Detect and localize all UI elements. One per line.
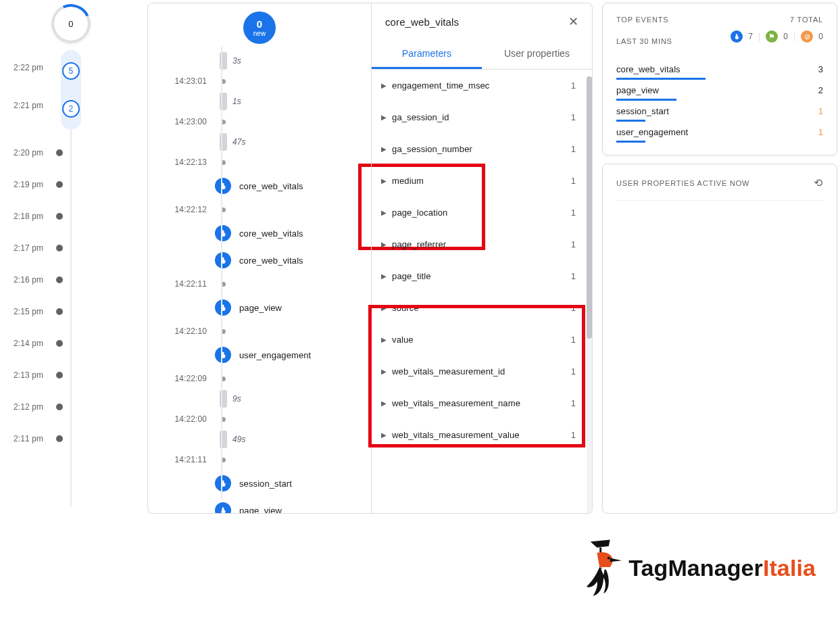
tab-parameters[interactable]: Parameters [372,40,482,69]
expand-icon: ▶ [381,272,387,280]
timeline-row: 14:21:11 [148,450,371,470]
timeline-row: 14:23:00 [148,112,371,132]
event-timeline[interactable]: 0new 3s14:23:011s14:23:0047s14:22:13core… [148,3,371,513]
top-event-count: 2 [818,85,823,95]
touch-icon [215,347,231,363]
timeline-row: 14:22:13 [148,152,371,172]
minute-row[interactable]: 2:12 pm [3,391,138,422]
parameter-row[interactable]: ▶ga_session_id1 [372,101,592,133]
mini-timeline: 0 52 2:22 pm2:21 pm2:20 pm2:19 pm2:18 pm… [3,3,138,514]
timeline-row: 9s [148,389,371,409]
timeline-row: 3s [148,51,371,71]
timeline-row: 1s [148,91,371,112]
timeline-row[interactable]: session_start [148,470,371,497]
minute-count[interactable]: 5 [62,62,80,80]
expand-icon: ▶ [381,145,387,153]
param-name: web_vitals_measurement_name [392,398,571,408]
timeline-row: 14:23:01 [148,71,371,91]
minute-row[interactable]: 2:17 pm [3,232,138,264]
top-event-row[interactable]: user_engagement1 [616,122,823,143]
timeline-row[interactable]: core_web_vitals [148,220,371,247]
parameter-row[interactable]: ▶web_vitals_measurement_value1 [372,419,592,451]
timeline-time: 14:22:10 [148,326,214,336]
top-events-title: TOP EVENTS [616,16,668,24]
param-name: page_referrer [392,239,571,249]
minute-dot [56,404,63,410]
parameter-row[interactable]: ▶engagement_time_msec1 [372,70,592,101]
timeline-row[interactable]: core_web_vitals [148,172,371,199]
top-event-count: 1 [818,127,823,137]
event-name: core_web_vitals [232,228,303,239]
minute-dot [56,308,63,315]
minute-row[interactable]: 2:14 pm [3,327,138,359]
param-count: 1 [571,176,576,186]
top-event-row[interactable]: session_start1 [616,101,823,122]
timeline-row: 14:22:09 [148,368,371,389]
minute-row[interactable]: 2:22 pm [3,51,45,83]
timeline-row[interactable]: user_engagement [148,341,371,368]
param-name: ga_session_number [392,144,571,154]
parameter-row[interactable]: ▶web_vitals_measurement_name1 [372,387,592,419]
minute-row[interactable]: 2:19 pm [3,168,138,200]
top-event-row[interactable]: core_web_vitals3 [616,59,823,80]
close-icon[interactable]: ✕ [568,14,578,29]
minute-dot [56,372,63,379]
touch-icon [215,299,231,316]
minute-dot [56,245,63,251]
recent-minutes-pill[interactable]: 52 [61,50,81,130]
param-name: page_title [392,271,571,281]
minute-time: 2:16 pm [3,275,45,285]
parameter-row[interactable]: ▶source1 [372,292,592,324]
minute-row[interactable]: 2:11 pm [3,422,138,454]
param-count: 1 [571,271,576,281]
param-name: medium [392,176,571,186]
timeline-row[interactable]: core_web_vitals [148,247,371,274]
timeline-row: 14:22:00 [148,409,371,429]
touch-icon [215,178,231,194]
minute-row[interactable]: 2:21 pm [3,89,45,121]
expand-icon: ▶ [381,177,387,185]
timeline-time: 14:22:12 [148,205,214,214]
timeline-row: 49s [148,429,371,450]
expand-icon: ▶ [381,304,387,312]
top-events-legend: 7 | ⚑0 | ⊘0 [731,30,823,43]
expand-icon: ▶ [381,368,387,375]
expand-icon: ▶ [381,209,387,216]
parameter-row[interactable]: ▶medium1 [372,165,592,197]
param-count: 1 [571,208,576,218]
param-name: web_vitals_measurement_value [392,430,571,440]
minute-time: 2:17 pm [3,243,45,253]
minute-row[interactable]: 2:13 pm [3,359,138,391]
minute-row[interactable]: 2:18 pm [3,200,138,232]
minute-count[interactable]: 2 [62,100,80,118]
parameter-row[interactable]: ▶value1 [372,324,592,356]
param-count: 1 [571,398,576,408]
timeline-row[interactable]: page_view [148,497,371,513]
tab-user-properties[interactable]: User properties [482,40,592,69]
top-event-row[interactable]: page_view2 [616,80,823,101]
minute-time: 2:21 pm [3,101,45,110]
scrollbar[interactable] [587,76,592,513]
timeline-row[interactable]: page_view [148,294,371,321]
minute-row[interactable]: 2:20 pm [3,137,138,168]
top-events-total: 7 TOTAL [790,16,823,24]
parameter-row[interactable]: ▶page_location1 [372,197,592,228]
active-users-ring[interactable]: 0 [54,7,88,41]
top-event-count: 3 [818,64,823,74]
minute-dot [56,340,63,347]
minute-dot [56,435,63,442]
parameter-row[interactable]: ▶page_title1 [372,260,592,292]
history-icon[interactable]: ⟲ [814,176,823,189]
parameter-row[interactable]: ▶page_referrer1 [372,228,592,260]
parameter-row[interactable]: ▶ga_session_number1 [372,133,592,165]
param-name: source [392,303,571,313]
parameter-row[interactable]: ▶web_vitals_measurement_id1 [372,356,592,387]
minute-row[interactable]: 2:15 pm [3,295,138,327]
minute-row[interactable]: 2:16 pm [3,264,138,295]
minute-time: 2:13 pm [3,370,45,380]
param-name: ga_session_id [392,112,571,122]
minute-time: 2:11 pm [3,434,45,443]
minute-time: 2:14 pm [3,339,45,348]
expand-icon: ▶ [381,82,387,89]
touch-icon [215,475,231,491]
